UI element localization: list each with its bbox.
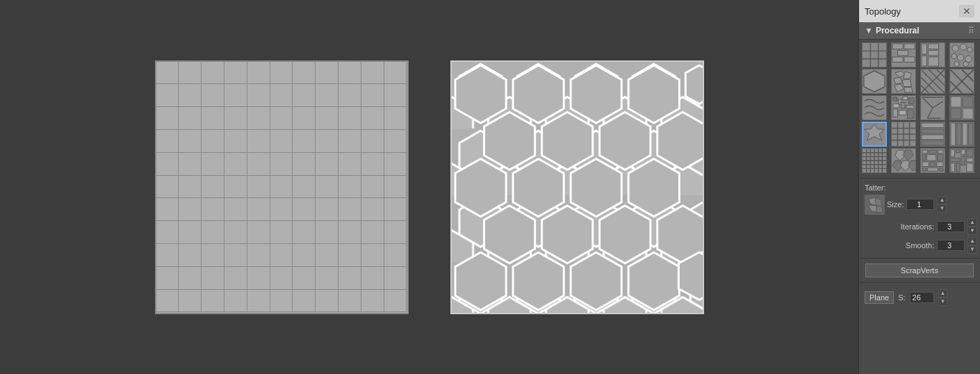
grid-cell [293, 62, 316, 85]
pattern-thumb-9[interactable] [862, 95, 887, 120]
scrap-verts-button[interactable]: ScrapVerts [865, 263, 974, 277]
svg-rect-109 [922, 135, 944, 140]
svg-rect-110 [922, 140, 944, 145]
grid-cell [293, 221, 316, 244]
size-input[interactable] [906, 199, 934, 210]
s-up-arrow[interactable]: ▲ [938, 289, 948, 298]
grid-cell [361, 62, 384, 85]
pattern-thumb-16[interactable] [949, 122, 974, 147]
pattern-thumb-11[interactable] [920, 95, 945, 120]
pattern-thumb-17[interactable] [862, 148, 887, 173]
close-button[interactable]: ✕ [959, 5, 974, 17]
pattern-thumb-1[interactable] [862, 42, 887, 67]
pattern-thumb-10[interactable] [891, 95, 916, 120]
svg-rect-140 [922, 162, 929, 167]
size-down-arrow[interactable]: ▼ [937, 204, 947, 213]
svg-rect-82 [906, 105, 914, 108]
divider-2 [859, 258, 980, 259]
smooth-row: Smooth: ▲ ▼ [859, 237, 980, 254]
svg-rect-134 [922, 150, 928, 154]
grid-cell [316, 153, 338, 176]
grid-cell [202, 290, 224, 313]
grid-cell [247, 107, 270, 130]
pattern-thumb-2[interactable] [891, 42, 916, 67]
s-down-arrow[interactable]: ▼ [938, 298, 948, 306]
pattern-thumb-6[interactable] [891, 69, 916, 94]
grid-cell [338, 107, 361, 130]
svg-rect-39 [922, 44, 927, 54]
iter-up-arrow[interactable]: ▲ [967, 218, 977, 227]
smooth-down-arrow[interactable]: ▼ [967, 245, 977, 254]
smooth-up-arrow[interactable]: ▲ [967, 237, 977, 245]
s-input[interactable] [910, 292, 934, 303]
grid-cell [179, 153, 202, 176]
pattern-thumb-15[interactable] [920, 122, 945, 147]
pattern-thumb-13[interactable] [862, 122, 887, 147]
iterations-label: Iterations: [862, 222, 934, 231]
tatter-section: Tatter: Size: ▲ ▼ [859, 181, 980, 218]
svg-point-49 [957, 54, 963, 60]
pattern-thumb-18[interactable] [891, 148, 916, 173]
procedural-header[interactable]: ▼ Procedural ⠿ [859, 22, 980, 40]
grid-cell [384, 84, 407, 107]
pattern-thumb-20[interactable] [949, 148, 974, 173]
grid-cell [156, 198, 179, 221]
grid-cell [179, 84, 202, 107]
svg-rect-80 [893, 104, 899, 108]
grid-cell [156, 176, 179, 199]
grid-cell [316, 176, 338, 199]
smooth-spinner[interactable]: ▲ ▼ [967, 237, 977, 254]
iterations-input[interactable] [937, 221, 965, 232]
pattern-thumb-19[interactable] [920, 148, 945, 173]
pattern-thumb-5[interactable] [862, 69, 887, 94]
grid-cell [224, 84, 247, 107]
pattern-thumb-3[interactable] [920, 42, 945, 67]
svg-rect-76 [893, 97, 897, 101]
iterations-spinner[interactable]: ▲ ▼ [967, 218, 977, 235]
grid-cell [361, 198, 384, 221]
grid-cell [338, 244, 361, 267]
grid-cell [202, 198, 224, 221]
svg-point-46 [960, 44, 966, 50]
s-spinner[interactable]: ▲ ▼ [938, 289, 948, 306]
iter-down-arrow[interactable]: ▼ [967, 227, 977, 235]
smooth-input[interactable] [937, 240, 965, 251]
svg-point-50 [965, 56, 972, 62]
grid-cell [270, 176, 293, 199]
svg-rect-85 [908, 110, 914, 118]
pattern-thumb-7[interactable] [920, 69, 945, 94]
smooth-label: Smooth: [862, 241, 934, 250]
svg-rect-96 [963, 108, 973, 119]
grid-cell [156, 107, 179, 130]
grid-cell [270, 244, 293, 267]
pattern-grid [859, 40, 980, 176]
size-spinner[interactable]: ▲ ▼ [937, 196, 947, 213]
grid-cell [202, 62, 224, 85]
svg-rect-115 [968, 123, 973, 145]
tatter-label: Tatter: [865, 184, 974, 192]
pattern-thumb-14[interactable] [891, 122, 916, 147]
pattern-thumb-4[interactable] [949, 42, 974, 67]
grid-cell [293, 198, 316, 221]
grid-cell [224, 221, 247, 244]
svg-rect-154 [951, 163, 955, 172]
plane-button[interactable]: Plane [865, 291, 894, 304]
grid-cell [384, 244, 407, 267]
grid-cell [293, 130, 316, 153]
grid-cell [270, 84, 293, 107]
svg-point-47 [967, 47, 973, 53]
pattern-thumb-8[interactable] [949, 69, 974, 94]
grid-cell [361, 267, 384, 290]
svg-rect-155 [956, 163, 961, 172]
grid-cell [156, 244, 179, 267]
svg-rect-78 [903, 97, 908, 100]
grid-cell [293, 267, 316, 290]
svg-rect-43 [928, 57, 938, 66]
svg-point-52 [963, 61, 969, 67]
svg-rect-81 [901, 102, 905, 108]
grid-cell [316, 267, 338, 290]
svg-marker-59 [902, 79, 911, 86]
pattern-thumb-12[interactable] [949, 95, 974, 120]
grid-cell [247, 62, 270, 85]
size-up-arrow[interactable]: ▲ [937, 196, 947, 204]
